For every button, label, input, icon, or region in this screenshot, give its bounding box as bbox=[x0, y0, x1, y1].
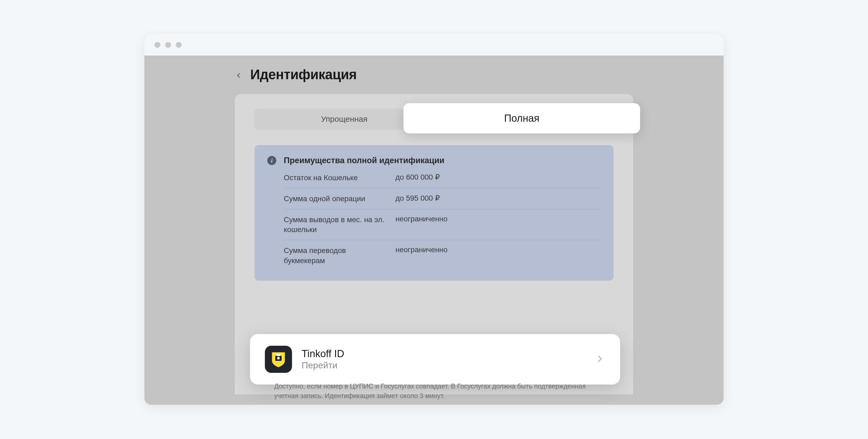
tinkoff-id-texts: Tinkoff ID Перейти bbox=[302, 348, 585, 370]
benefits-row-value: до 595 000 ₽ bbox=[396, 194, 440, 204]
benefits-row-value: неограниченно bbox=[396, 215, 447, 235]
benefits-title: Преимущества полной идентификации bbox=[284, 156, 444, 165]
tab-full[interactable]: Полная bbox=[403, 103, 640, 133]
app-window: Идентификация Упрощенная Полная i Преиму… bbox=[145, 34, 723, 405]
benefits-row-label: Сумма выводов в мес. на эл. кошельки bbox=[284, 215, 385, 235]
benefits-row-label: Сумма переводов букмекерам bbox=[284, 245, 385, 266]
benefits-header: i Преимущества полной идентификации bbox=[267, 156, 601, 165]
tinkoff-id-card[interactable]: Tinkoff ID Перейти bbox=[250, 334, 620, 384]
benefits-row: Сумма одной операции до 595 000 ₽ bbox=[284, 188, 601, 209]
benefits-row: Остаток на Кошельке до 600 000 ₽ bbox=[284, 173, 601, 188]
benefits-row: Сумма выводов в мес. на эл. кошельки нео… bbox=[284, 209, 601, 240]
back-icon[interactable] bbox=[235, 72, 241, 77]
benefits-row-label: Остаток на Кошельке bbox=[284, 173, 385, 183]
footnote-text: Доступно, если номер в ЦУПИС и Госуслуга… bbox=[274, 381, 594, 401]
page-title: Идентификация bbox=[250, 67, 356, 82]
minimize-dot[interactable] bbox=[165, 42, 171, 48]
svg-point-1 bbox=[277, 357, 280, 360]
tinkoff-id-title: Tinkoff ID bbox=[302, 348, 585, 360]
chevron-right-icon bbox=[595, 353, 605, 365]
benefits-panel: i Преимущества полной идентификации Оста… bbox=[254, 145, 614, 281]
benefits-row-label: Сумма одной операции bbox=[284, 194, 385, 204]
benefits-row-value: неограниченно bbox=[396, 245, 447, 266]
tinkoff-id-subtitle: Перейти bbox=[302, 360, 585, 370]
info-icon: i bbox=[267, 156, 276, 165]
benefits-rows: Остаток на Кошельке до 600 000 ₽ Сумма о… bbox=[284, 173, 601, 271]
svg-rect-2 bbox=[276, 354, 281, 356]
maximize-dot[interactable] bbox=[176, 42, 182, 48]
tinkoff-logo-icon bbox=[265, 346, 292, 373]
benefits-row-value: до 600 000 ₽ bbox=[396, 173, 440, 183]
tabs: Упрощенная Полная bbox=[254, 108, 614, 130]
page-header: Идентификация bbox=[145, 56, 723, 94]
window-titlebar bbox=[145, 34, 723, 56]
benefits-row: Сумма переводов букмекерам неограниченно bbox=[284, 240, 601, 271]
close-dot[interactable] bbox=[155, 42, 160, 48]
